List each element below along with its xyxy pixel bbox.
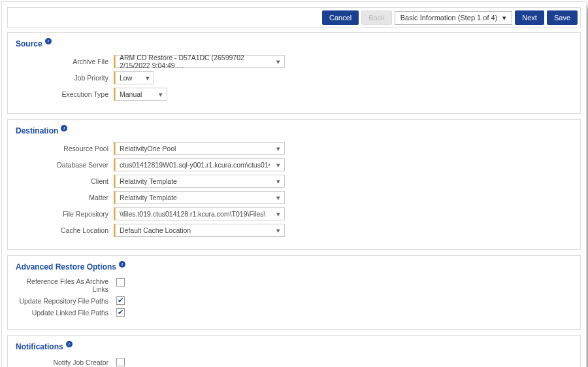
destination-section: Destination i Resource Pool RelativityOn… [7,119,581,250]
cache-label: Cache Location [16,226,114,234]
update-linked-paths-checkbox[interactable] [116,308,125,317]
info-icon[interactable]: i [61,125,67,131]
file-repo-label: File Repository [16,210,114,218]
execution-type-label: Execution Type [16,90,114,98]
execution-type-select[interactable]: Manual ▾ [115,88,167,101]
step-dropdown[interactable]: Basic Information (Step 1 of 4) ▾ [395,11,513,25]
back-button: Back [361,10,391,25]
update-repo-paths-label: Update Repository File Paths [16,297,114,305]
save-button[interactable]: Save [547,10,578,25]
chevron-down-icon: ▾ [270,226,280,234]
destination-title: Destination [16,126,58,135]
database-server-select[interactable]: ctus01412819W01.sql-y001.r1.kcura.com\ct… [115,158,285,171]
update-repo-paths-checkbox[interactable] [116,296,125,305]
job-priority-select[interactable]: Low ▾ [115,71,154,84]
client-select[interactable]: Relativity Template ▾ [115,175,285,188]
source-title: Source [16,39,42,48]
notifications-section: Notifications i Notify Job Creator Notif… [7,335,581,367]
advanced-title: Advanced Restore Options [16,262,116,271]
next-button[interactable]: Next [515,10,544,25]
chevron-down-icon: ▾ [270,210,280,218]
chevron-down-icon: ▾ [139,74,150,82]
chevron-down-icon: ▾ [270,177,280,185]
resource-pool-select[interactable]: RelativityOne Pool ▾ [115,142,285,155]
file-repo-select[interactable]: \\files.t019.ctus014128.r1.kcura.com\T01… [115,207,285,220]
notify-creator-label: Notify Job Creator [16,358,114,366]
chevron-down-icon: ▾ [270,145,280,152]
job-priority-label: Job Priority [16,74,114,82]
resource-pool-label: Resource Pool [16,145,114,152]
ref-files-label: Reference Files As Archive Links [16,277,114,293]
chevron-down-icon: ▾ [270,58,280,65]
cache-select[interactable]: Default Cache Location ▾ [115,224,285,237]
chevron-down-icon: ▾ [502,14,506,22]
info-icon[interactable]: i [119,261,125,268]
client-label: Client [16,177,114,185]
notifications-title: Notifications [16,342,63,351]
archive-file-select[interactable]: ARM CD Restore - D57A1DC (26599702 2/15/… [115,55,285,68]
chevron-down-icon: ▾ [270,161,280,169]
update-linked-paths-label: Update Linked File Paths [16,309,114,317]
database-server-label: Database Server [16,161,114,169]
matter-select[interactable]: Relativity Template ▾ [115,191,285,204]
step-dropdown-label: Basic Information (Step 1 of 4) [400,14,498,22]
matter-label: Matter [16,194,114,201]
source-section: Source i Archive File ARM CD Restore - D… [7,32,581,114]
top-toolbar: Cancel Back Basic Information (Step 1 of… [7,7,581,28]
archive-file-label: Archive File [16,58,114,65]
notify-creator-checkbox[interactable] [116,358,125,366]
info-icon[interactable]: i [45,38,52,44]
chevron-down-icon: ▾ [152,90,163,98]
ref-files-checkbox[interactable] [116,278,125,287]
cancel-button[interactable]: Cancel [322,10,359,25]
info-icon[interactable]: i [66,341,73,347]
chevron-down-icon: ▾ [270,194,280,201]
advanced-section: Advanced Restore Options i Reference Fil… [7,255,581,330]
